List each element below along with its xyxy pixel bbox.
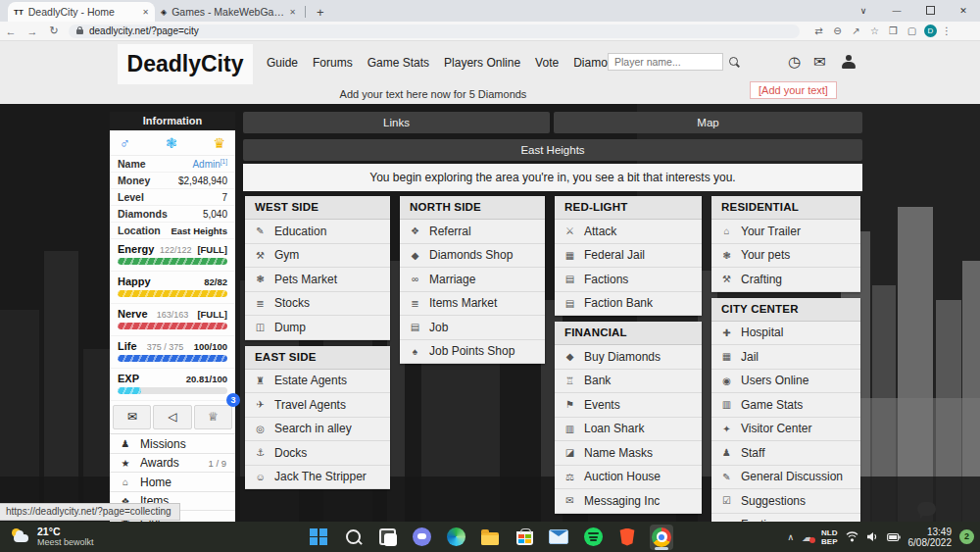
city-link-jail[interactable]: ▦Jail xyxy=(711,345,860,370)
nav-item-guide[interactable]: Guide xyxy=(267,56,298,70)
clock-icon[interactable]: ◷ xyxy=(788,53,801,71)
nav-item-game-stats[interactable]: Game Stats xyxy=(368,56,429,70)
city-link-general-discussion[interactable]: ✎General Discussion xyxy=(711,466,860,490)
city-link-estate-agents[interactable]: ♜Estate Agents xyxy=(245,370,390,394)
city-link-hospital[interactable]: ✚Hospital xyxy=(711,322,860,346)
notification-center-badge[interactable]: 2 xyxy=(959,529,974,544)
general-discussion-icon: ✎ xyxy=(719,472,734,482)
nav-item-vote[interactable]: Vote xyxy=(535,56,559,70)
city-link-gym[interactable]: ⚒Gym xyxy=(245,244,390,269)
city-link-diamonds-shop[interactable]: ◆Diamonds Shop xyxy=(400,244,545,269)
account-icon[interactable] xyxy=(841,55,857,69)
site-logo[interactable]: DeadlyCity xyxy=(118,44,253,84)
extensions-icon[interactable]: ❒ xyxy=(884,25,903,36)
taskbar-app-store[interactable] xyxy=(513,525,536,550)
restore-button[interactable] xyxy=(913,6,947,17)
city-link-loan-shark[interactable]: ▥Loan Shark xyxy=(555,418,702,442)
forward-button[interactable]: → xyxy=(22,25,43,37)
chat-bubble-icon[interactable] xyxy=(917,502,936,516)
zoom-icon[interactable]: ⊖ xyxy=(828,25,847,36)
taskbar-app-start[interactable] xyxy=(307,525,330,550)
tray-cloud-icon[interactable]: ☁ xyxy=(802,531,813,543)
city-link-game-stats[interactable]: ▥Game Stats xyxy=(711,393,860,418)
city-link-staff[interactable]: ♟Staff xyxy=(711,441,860,466)
city-link-crafting[interactable]: ⚒Crafting xyxy=(711,268,860,292)
city-link-jack-the-stripper[interactable]: ☺Jack The Stripper xyxy=(245,466,390,490)
bookmark-star-icon[interactable]: ☆ xyxy=(865,25,884,36)
player-search-input[interactable] xyxy=(608,53,723,71)
minimize-button[interactable]: — xyxy=(880,6,913,16)
nav-item-players-online[interactable]: Players Online xyxy=(444,56,520,70)
taskbar-app-chat[interactable] xyxy=(410,525,433,550)
city-link-name-masks[interactable]: ◪Name Masks xyxy=(555,441,702,466)
city-link-dump[interactable]: ◫Dump xyxy=(245,316,390,340)
tab-close-icon[interactable]: ✕ xyxy=(289,8,296,17)
clock-widget[interactable]: 13:496/08/2022 xyxy=(908,527,953,548)
city-link-visitor-center[interactable]: ✦Visitor Center xyxy=(711,418,860,442)
taskbar-app-chrome[interactable] xyxy=(650,525,673,550)
city-link-auction-house[interactable]: ⚖Auction House xyxy=(555,466,702,490)
battery-icon[interactable] xyxy=(887,532,901,542)
city-link-pets-market[interactable]: ❃Pets Market xyxy=(245,268,390,292)
mail-icon[interactable]: ✉ xyxy=(813,53,826,71)
taskbar-app-search[interactable] xyxy=(341,525,365,550)
city-link-your-pets[interactable]: ❃Your pets xyxy=(711,244,860,269)
language-indicator[interactable]: NLDBEP xyxy=(821,528,837,546)
city-link-suggestions[interactable]: ☑Suggestions xyxy=(711,489,860,514)
back-button[interactable]: ← xyxy=(0,25,22,37)
taskbar-app-brave[interactable] xyxy=(615,525,639,550)
city-link-items-market[interactable]: ≣Items Market xyxy=(400,292,545,317)
browser-tab-deadlycity-home[interactable]: TTDeadlyCity - Home✕ xyxy=(8,2,155,22)
tab-close-icon[interactable]: ✕ xyxy=(142,8,149,17)
taskbar-app-spotify[interactable] xyxy=(581,525,605,550)
city-link-buy-diamonds[interactable]: ◆Buy Diamonds xyxy=(555,345,702,370)
city-link-label: Education xyxy=(274,225,326,238)
browser-menu-icon[interactable]: ⋮ xyxy=(940,25,954,36)
new-tab-button[interactable]: + xyxy=(317,5,324,20)
close-button[interactable]: ✕ xyxy=(947,6,980,16)
profile-avatar[interactable]: D xyxy=(924,25,937,37)
taskbar-app-task-view[interactable] xyxy=(375,525,399,550)
share-icon[interactable]: ↗ xyxy=(847,25,865,36)
city-link-events[interactable]: ⚑Events xyxy=(555,393,702,418)
city-column-4: RESIDENTIAL⌂Your Trailer❃Your pets⚒Craft… xyxy=(711,196,860,522)
city-link-factions[interactable]: ▤Factions xyxy=(711,514,860,523)
city-link-referral[interactable]: ❖Referral xyxy=(400,220,545,244)
city-link-search-in-alley[interactable]: ◎Search in alley xyxy=(245,418,390,442)
city-link-marriage[interactable]: ∞Marriage xyxy=(400,268,545,292)
city-link-label: Gym xyxy=(274,248,299,262)
city-link-federal-jail[interactable]: ▦Federal Jail xyxy=(555,244,702,269)
tray-chevron-icon[interactable]: ∧ xyxy=(787,532,794,542)
address-bar[interactable]: deadlycity.net/?page=city xyxy=(69,25,800,38)
browser-tab-games-makewebgames[interactable]: ◈Games - MakeWebGames✕ xyxy=(155,2,302,22)
city-link-travel-agents[interactable]: ✈Travel Agents xyxy=(245,393,390,418)
taskbar-app-file-explorer[interactable] xyxy=(478,525,502,550)
add-your-text-link[interactable]: [Add your text] xyxy=(750,81,837,99)
bank-icon: ♖ xyxy=(563,376,577,386)
city-link-messaging-inc[interactable]: ✉Messaging Inc xyxy=(555,489,702,514)
city-link-your-trailer[interactable]: ⌂Your Trailer xyxy=(711,220,860,244)
city-link-faction-bank[interactable]: ▤Faction Bank xyxy=(555,292,702,317)
translate-icon[interactable]: ⇄ xyxy=(809,25,828,36)
city-link-education[interactable]: ✎Education xyxy=(245,220,390,244)
taskbar-app-mail[interactable] xyxy=(547,525,570,550)
search-icon[interactable] xyxy=(729,57,738,66)
taskbar-app-edge[interactable] xyxy=(444,525,467,550)
city-link-stocks[interactable]: ≣Stocks xyxy=(245,292,390,317)
tab-favicon: TT xyxy=(14,8,24,17)
city-link-job[interactable]: ▤Job xyxy=(400,316,545,340)
city-link-factions[interactable]: ▤Factions xyxy=(555,268,702,292)
volume-icon[interactable] xyxy=(866,531,879,542)
marriage-icon: ∞ xyxy=(408,274,422,284)
reload-button[interactable]: ↻ xyxy=(43,25,65,37)
wifi-icon[interactable] xyxy=(846,531,858,542)
banner-text: Add your text here now for 5 Diamonds xyxy=(110,88,757,100)
city-link-users-online[interactable]: ◉Users Online xyxy=(711,370,860,394)
tab-search-chevron-icon[interactable]: ∨ xyxy=(847,6,880,16)
city-link-docks[interactable]: ⚓Docks xyxy=(245,441,390,466)
side-panel-icon[interactable]: ▢ xyxy=(903,25,921,36)
nav-item-forums[interactable]: Forums xyxy=(313,56,353,70)
city-link-attack[interactable]: ⚔Attack xyxy=(555,220,702,244)
city-link-bank[interactable]: ♖Bank xyxy=(555,370,702,394)
city-link-job-points-shop[interactable]: ♠Job Points Shop xyxy=(400,340,545,365)
